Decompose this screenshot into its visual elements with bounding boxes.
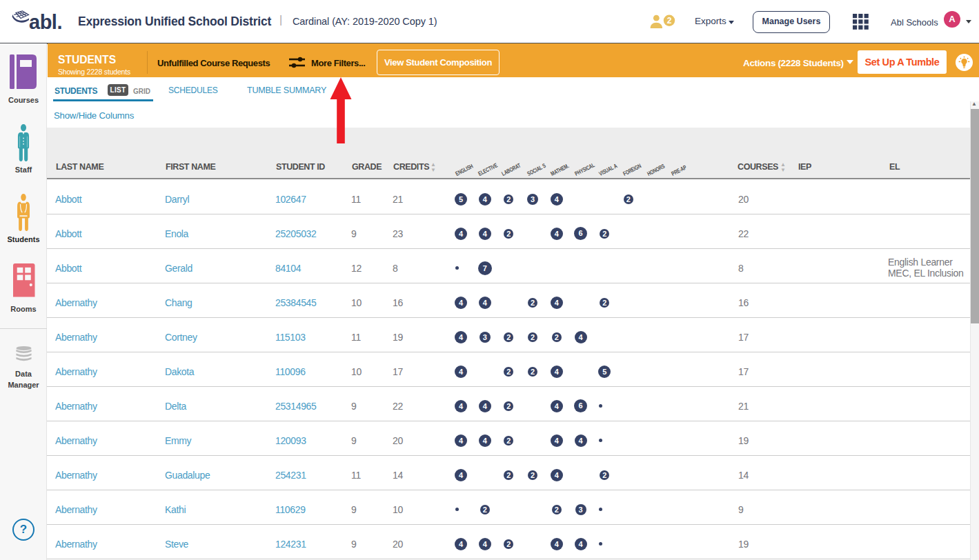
svg-text:2: 2 [667, 16, 672, 26]
